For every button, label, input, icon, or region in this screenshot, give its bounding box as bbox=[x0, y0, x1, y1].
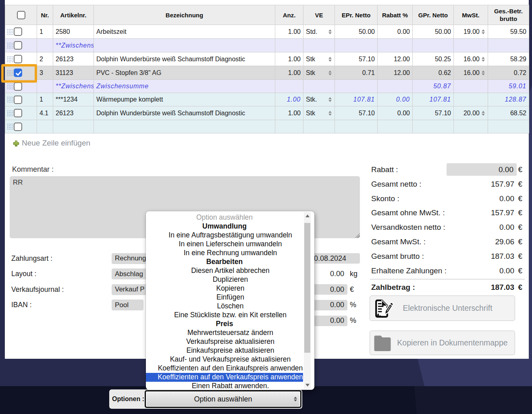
cell-rabatt[interactable]: 0.00 bbox=[378, 25, 413, 39]
rabatt-input[interactable]: 0.00 bbox=[447, 163, 517, 176]
cell-rabatt[interactable] bbox=[378, 39, 413, 52]
cell-ve[interactable]: Stk. bbox=[303, 93, 335, 106]
cell-mwst[interactable] bbox=[454, 39, 488, 52]
cell-ve[interactable] bbox=[303, 39, 335, 52]
summary-total-row: Zahlbetrag : 187.03 € bbox=[371, 281, 522, 293]
row-checkbox[interactable] bbox=[14, 109, 22, 117]
cell-epr-netto[interactable]: 57.10 bbox=[335, 106, 378, 120]
cell-epr-netto[interactable]: 50.00 bbox=[335, 25, 378, 39]
dropdown-option[interactable]: Eine Stückliste bzw. ein Kit erstellen bbox=[146, 311, 303, 320]
date-field[interactable]: 30.08.2024 bbox=[307, 253, 360, 264]
cell-mwst[interactable] bbox=[454, 80, 488, 93]
dropdown-option[interactable]: Mehrwertsteuersatz ändern bbox=[146, 329, 303, 337]
dropdown-option[interactable]: In eine Rechnung umwandeln bbox=[146, 249, 303, 258]
cell-anz[interactable]: 1.00 bbox=[275, 93, 303, 106]
mwst-spinner-icon[interactable] bbox=[481, 111, 485, 116]
dropdown-option[interactable]: In einen Lieferschein umwandeln bbox=[146, 240, 303, 249]
dropdown-option[interactable]: Kopieren bbox=[146, 284, 303, 293]
summary-label: Skonto : bbox=[371, 194, 478, 203]
cell-artikelnr: **Zwischensumme bbox=[53, 80, 94, 93]
cell-anz[interactable] bbox=[275, 39, 303, 52]
row-checkbox[interactable] bbox=[14, 96, 22, 104]
dropdown-option[interactable]: Koeffizienten auf den Verkaufspreis anwe… bbox=[146, 373, 303, 382]
drag-handle-icon[interactable] bbox=[7, 42, 13, 49]
cell-rabatt[interactable]: 0.00 bbox=[378, 93, 413, 106]
scroll-up-arrow-icon[interactable] bbox=[304, 212, 311, 219]
dropdown-option[interactable]: Koeffizienten auf den Einkaufspreis anwe… bbox=[146, 364, 303, 373]
cell-epr-netto[interactable] bbox=[335, 80, 378, 93]
dropdown-scrollbar[interactable] bbox=[304, 212, 311, 389]
dropdown-option[interactable]: Einkaufspreise aktualisieren bbox=[146, 346, 303, 355]
cell-ve[interactable]: Stk bbox=[303, 52, 335, 66]
electronic-signature-button[interactable]: Elektronische Unterschrift bbox=[370, 295, 515, 321]
row-checkbox[interactable] bbox=[14, 27, 22, 36]
cell-mwst[interactable]: 16.00 bbox=[454, 52, 488, 66]
comment-label: Kommentar : bbox=[12, 165, 54, 174]
cell-rabatt[interactable]: 12.00 bbox=[378, 66, 413, 80]
cell-epr-netto[interactable]: 57.10 bbox=[335, 52, 378, 66]
drag-handle-icon[interactable] bbox=[7, 110, 13, 117]
dropdown-option[interactable]: Duplizieren bbox=[146, 275, 303, 284]
row-checkbox[interactable] bbox=[14, 123, 22, 131]
ve-spinner-icon[interactable] bbox=[328, 29, 332, 34]
cell-anz[interactable]: 1.00 bbox=[275, 25, 303, 39]
form-select[interactable]: Pool bbox=[112, 300, 143, 310]
cell-mwst[interactable] bbox=[454, 120, 488, 133]
ve-spinner-icon[interactable] bbox=[328, 111, 332, 116]
dropdown-option[interactable]: Bearbeiten bbox=[146, 258, 303, 266]
mwst-spinner-icon[interactable] bbox=[481, 29, 485, 34]
dropdown-option[interactable]: Option auswählen bbox=[146, 213, 303, 222]
drag-handle-icon[interactable] bbox=[7, 123, 13, 130]
ve-spinner-icon[interactable] bbox=[328, 97, 332, 102]
drag-handle-icon[interactable] bbox=[7, 29, 13, 35]
cell-anz[interactable] bbox=[275, 120, 303, 133]
dropdown-option[interactable]: Verkaufspreise aktualisieren bbox=[146, 337, 303, 346]
scroll-down-arrow-icon[interactable] bbox=[304, 382, 311, 389]
cell-epr-netto[interactable]: 107.81 bbox=[335, 93, 378, 106]
drag-handle-icon[interactable] bbox=[7, 96, 13, 103]
cell-epr-netto[interactable]: 0.71 bbox=[335, 66, 378, 80]
cell-anz[interactable]: 1.00 bbox=[275, 66, 303, 80]
ve-spinner-icon[interactable] bbox=[328, 57, 332, 62]
mwst-spinner-icon[interactable] bbox=[481, 71, 485, 75]
cell-mwst[interactable]: 20.00 bbox=[454, 106, 488, 120]
form-row-3: IBAN :Pool bbox=[11, 300, 143, 311]
cell-epr-netto[interactable] bbox=[335, 39, 378, 52]
cell-ve[interactable]: Std. bbox=[303, 25, 335, 39]
cell-ve[interactable] bbox=[303, 80, 335, 93]
dropdown-option[interactable]: Einen Rabatt anwenden. bbox=[146, 382, 303, 390]
cell-mwst[interactable]: 19.00 bbox=[454, 25, 488, 39]
cell-rabatt[interactable]: 0.00 bbox=[378, 106, 413, 120]
dropdown-option[interactable]: Kauf- und Verkaufspreise aktualisieren bbox=[146, 355, 303, 364]
dropdown-option[interactable]: In eine Auftragsbestätigung umwandeln bbox=[146, 231, 303, 240]
cell-mwst[interactable]: 16.00 bbox=[454, 66, 488, 80]
cell-rabatt[interactable] bbox=[378, 80, 413, 93]
cell-ve[interactable]: Stk bbox=[303, 106, 335, 120]
dropdown-option[interactable]: Diesen Artikel abbrechen bbox=[146, 266, 303, 275]
dropdown-option[interactable]: Preis bbox=[146, 320, 303, 329]
drag-handle-icon[interactable] bbox=[7, 56, 13, 62]
cell-anz[interactable]: 1.00 bbox=[275, 52, 303, 66]
cell-anz[interactable] bbox=[275, 80, 303, 93]
cell-anz[interactable]: 1.00 bbox=[275, 106, 303, 120]
dropdown-option[interactable]: Löschen bbox=[146, 302, 303, 311]
cell-mwst[interactable] bbox=[454, 93, 488, 106]
drag-handle-icon[interactable] bbox=[7, 83, 13, 89]
cell-rabatt[interactable]: 12.00 bbox=[378, 52, 413, 66]
dropdown-option[interactable]: Umwandlung bbox=[146, 222, 303, 231]
select-all-checkbox[interactable] bbox=[17, 11, 25, 19]
cell-epr-netto[interactable] bbox=[335, 120, 378, 133]
row-checkbox[interactable] bbox=[14, 41, 22, 50]
dropdown-option[interactable]: Einfügen bbox=[146, 293, 303, 302]
row-checkbox[interactable] bbox=[14, 55, 22, 63]
options-select[interactable]: Option auswählen bbox=[145, 390, 301, 408]
row-checkbox[interactable] bbox=[14, 82, 22, 91]
mwst-spinner-icon[interactable] bbox=[481, 57, 485, 62]
cell-ve[interactable]: Stk bbox=[303, 66, 335, 80]
ve-spinner-icon[interactable] bbox=[328, 71, 332, 75]
copy-to-folder-button[interactable]: Kopieren in Dokumentenmappe bbox=[370, 331, 515, 355]
insert-new-row-link[interactable]: Neue Zeile einfügen bbox=[13, 139, 90, 148]
cell-ve[interactable] bbox=[303, 120, 335, 133]
cell-rabatt[interactable] bbox=[378, 120, 413, 133]
scrollbar-thumb[interactable] bbox=[304, 223, 310, 353]
